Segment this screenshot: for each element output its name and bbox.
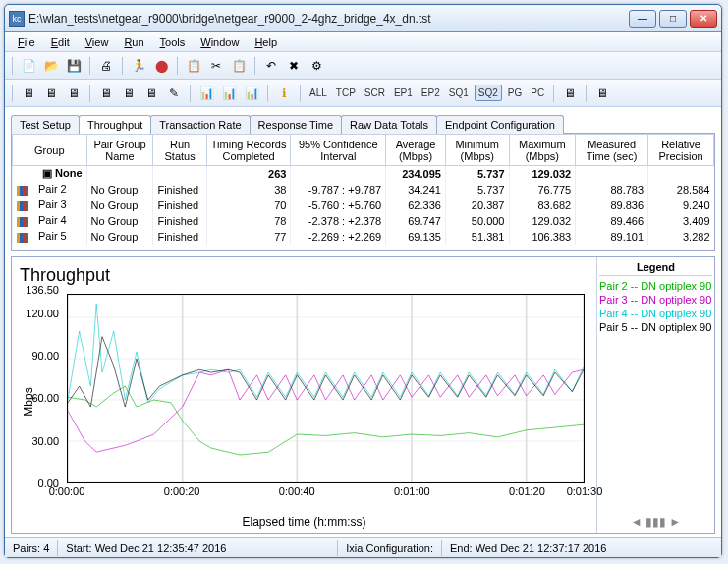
col-header[interactable]: Average (Mbps) [386,135,446,166]
tab-endpoint-configuration[interactable]: Endpoint Configuration [436,115,564,134]
col-header[interactable]: Pair Group Name [86,135,153,166]
chart-panel: Throughput Mbps 0.0030.0060.0090.00120.0… [11,256,715,534]
col-header[interactable]: Relative Precision [648,135,714,166]
table-row[interactable]: Pair 2No GroupFinished38-9.787 : +9.7873… [13,182,714,197]
paste-icon[interactable]: 📋 [229,56,249,76]
statusbar: Pairs: 4 Start: Wed Dec 21 12:35:47 2016… [5,537,721,557]
x-tick: 0:00:40 [279,485,315,497]
legend-item[interactable]: Pair 2 -- DN optiplex 9010 [599,279,712,293]
toolbar-main: 📄 📂 💾 🖨 🏃 ⬤ 📋 ✂ 📋 ↶ ✖ ⚙ [5,52,721,80]
x-tick: 0:01:00 [394,485,430,497]
menu-file[interactable]: File [11,34,42,50]
tb2-icon-3[interactable]: 🖥 [64,84,84,103]
row-icon [17,217,28,227]
row-icon [17,233,28,243]
filter-ep1[interactable]: EP1 [391,85,416,100]
tb2-icon-13[interactable]: 🖥 [592,84,612,103]
menu-tools[interactable]: Tools [153,34,193,50]
cut-icon[interactable]: ✂ [206,56,226,76]
col-header[interactable]: Maximum (Mbps) [509,135,576,166]
legend-item[interactable]: Pair 4 -- DN optiplex 9010 [599,307,712,320]
tb2-icon-9[interactable]: 📊 [219,84,239,103]
menu-edit[interactable]: Edit [44,34,77,50]
tab-throughput[interactable]: Throughput [79,115,151,134]
col-header[interactable]: Timing Records Completed [206,135,291,166]
legend-scrollbar[interactable]: ◄ ▮▮▮ ► [599,515,712,529]
y-tick: 136.50 [26,284,59,296]
tab-transaction-rate[interactable]: Transaction Rate [150,115,250,134]
tb2-icon-1[interactable]: 🖥 [19,84,38,103]
status-start: Start: Wed Dec 21 12:35:47 2016 [58,540,338,556]
titlebar[interactable]: kc E:\wlan_tests\netgear_r9000\bridge\ne… [5,5,721,32]
legend-item[interactable]: Pair 3 -- DN optiplex 9010 [599,293,712,307]
tb2-icon-7[interactable]: ✎ [164,84,184,103]
app-window: kc E:\wlan_tests\netgear_r9000\bridge\ne… [4,4,722,558]
menu-window[interactable]: Window [194,34,246,50]
maximize-button[interactable]: □ [659,10,687,28]
settings-icon[interactable]: ⚙ [307,56,326,76]
filter-pc[interactable]: PC [528,85,547,100]
tb2-icon-5[interactable]: 🖥 [119,84,139,103]
series-line [68,386,584,455]
copy-icon[interactable]: 📋 [184,56,203,76]
table-row[interactable]: Pair 5No GroupFinished77-2.269 : +2.2696… [13,229,714,245]
tab-test-setup[interactable]: Test Setup [11,115,80,134]
col-header[interactable]: Measured Time (sec) [576,135,648,166]
legend-item[interactable]: Pair 5 -- DN optiplex 9010 [599,320,712,334]
print-icon[interactable]: 🖨 [96,56,116,76]
filter-sq2[interactable]: SQ2 [475,85,502,101]
filter-all[interactable]: ALL [307,85,330,100]
summary-avg: 234.095 [386,166,446,182]
filter-ep2[interactable]: EP2 [419,85,443,100]
delete-icon[interactable]: ✖ [284,56,304,76]
data-grid[interactable]: GroupPair Group NameRun StatusTiming Rec… [12,134,714,245]
x-axis-label: Elapsed time (h:mm:ss) [20,513,588,529]
y-tick: 30.00 [31,435,59,447]
undo-icon[interactable]: ↶ [261,56,281,76]
tb2-icon-2[interactable]: 🖥 [41,84,61,103]
run-icon[interactable]: 🏃 [129,56,148,76]
tb2-icon-12[interactable]: 🖥 [560,84,580,103]
tb2-icon-8[interactable]: 📊 [196,84,216,103]
app-icon: kc [9,11,25,27]
chart-plot: Mbps 0.0030.0060.0090.00120.00136.50 0:0… [20,290,588,513]
chart-svg [68,295,584,482]
filter-sq1[interactable]: SQ1 [446,85,472,100]
tb2-icon-4[interactable]: 🖥 [96,84,116,103]
minimize-button[interactable]: — [629,10,656,28]
tab-response-time[interactable]: Response Time [250,115,342,134]
window-title: E:\wlan_tests\netgear_r9000\bridge\netge… [28,12,629,26]
series-line [68,304,584,403]
col-header[interactable]: Run Status [153,135,206,166]
filter-tcp[interactable]: TCP [333,85,359,100]
col-header[interactable]: 95% Confidence Interval [291,135,386,166]
stop-icon[interactable]: ⬤ [151,56,171,76]
tab-raw-data-totals[interactable]: Raw Data Totals [341,115,437,134]
summary-min: 5.737 [445,166,509,182]
filter-pg[interactable]: PG [505,85,525,100]
filter-scr[interactable]: SCR [362,85,388,100]
col-header[interactable]: Minimum (Mbps) [445,135,509,166]
table-row[interactable]: Pair 4No GroupFinished78-2.378 : +2.3786… [13,213,714,229]
menu-run[interactable]: Run [117,34,150,50]
legend-panel: Legend Pair 2 -- DN optiplex 9010Pair 3 … [596,257,714,533]
y-tick: 120.00 [26,308,59,319]
tb2-icon-6[interactable]: 🖥 [141,84,161,103]
status-config: Ixia Configuration: [338,540,442,556]
col-header[interactable]: Group [13,135,87,166]
table-row[interactable]: Pair 3No GroupFinished70-5.760 : +5.7606… [13,197,714,213]
save-icon[interactable]: 💾 [64,56,84,76]
x-tick: 0:00:20 [164,485,200,497]
menu-help[interactable]: Help [248,34,284,50]
close-button[interactable]: ✕ [690,10,717,28]
menu-view[interactable]: View [79,34,116,50]
tabstrip: Test SetupThroughputTransaction RateResp… [11,111,715,133]
tb2-icon-10[interactable]: 📊 [242,84,261,103]
summary-label: ▣ None [13,166,87,182]
x-tick: 0:01:20 [509,485,545,497]
new-icon[interactable]: 📄 [19,56,38,76]
open-icon[interactable]: 📂 [41,56,61,76]
row-icon [17,186,28,196]
tb2-icon-11[interactable]: ℹ [274,84,294,103]
summary-max: 129.032 [509,166,576,182]
